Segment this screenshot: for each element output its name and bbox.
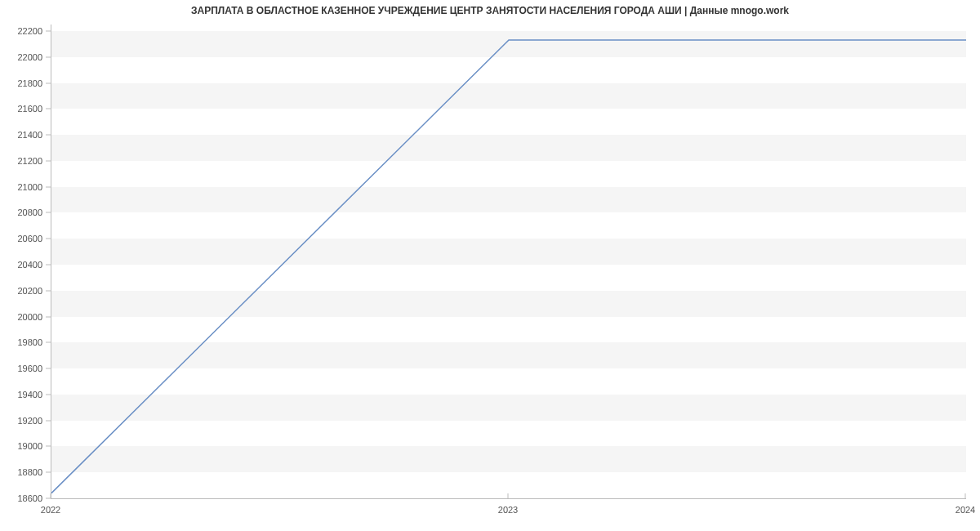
y-tick-label: 19200 xyxy=(17,416,42,426)
line-series xyxy=(51,25,966,498)
chart-container: ЗАРПЛАТА В ОБЛАСТНОЕ КАЗЕННОЕ УЧРЕЖДЕНИЕ… xyxy=(0,0,980,531)
x-tick-label: 2022 xyxy=(41,505,60,515)
y-tick-label: 22000 xyxy=(17,52,42,62)
y-tick-mark xyxy=(46,212,51,213)
y-tick-mark xyxy=(46,290,51,291)
y-tick-label: 21400 xyxy=(17,130,42,140)
y-tick-label: 18800 xyxy=(17,467,42,477)
y-tick-label: 20400 xyxy=(17,260,42,270)
x-tick-mark xyxy=(51,493,51,498)
y-tick-mark xyxy=(46,394,51,395)
y-tick-mark xyxy=(46,472,51,473)
x-tick-label: 2023 xyxy=(498,505,518,515)
y-tick-label: 20800 xyxy=(17,207,42,217)
y-tick-label: 20200 xyxy=(17,286,42,296)
x-tick-label: 2024 xyxy=(956,505,975,515)
y-tick-label: 21800 xyxy=(17,78,42,88)
x-tick-mark xyxy=(965,493,966,498)
plot-area xyxy=(51,25,966,499)
y-tick-mark xyxy=(46,368,51,369)
y-tick-mark xyxy=(46,109,51,109)
y-tick-label: 21000 xyxy=(17,182,42,192)
y-tick-mark xyxy=(46,186,51,187)
y-tick-mark xyxy=(46,264,51,265)
y-tick-mark xyxy=(46,30,51,31)
y-tick-label: 18600 xyxy=(17,493,42,503)
y-tick-mark xyxy=(46,316,51,317)
y-tick-mark xyxy=(46,420,51,421)
y-tick-mark xyxy=(46,446,51,447)
y-tick-label: 19600 xyxy=(17,364,42,373)
y-tick-mark xyxy=(46,56,51,57)
data-line xyxy=(51,40,966,493)
y-tick-mark xyxy=(46,83,51,83)
y-tick-label: 21600 xyxy=(17,104,42,114)
y-axis-ticks: 1860018800190001920019400196001980020000… xyxy=(0,25,46,498)
x-tick-mark xyxy=(508,493,509,498)
y-tick-mark xyxy=(46,135,51,136)
y-tick-label: 22200 xyxy=(17,26,42,36)
y-tick-mark xyxy=(46,342,51,343)
y-tick-label: 19000 xyxy=(17,441,42,451)
chart-title: ЗАРПЛАТА В ОБЛАСТНОЕ КАЗЕННОЕ УЧРЕЖДЕНИЕ… xyxy=(0,5,980,16)
y-tick-label: 20000 xyxy=(17,312,42,322)
y-tick-label: 20600 xyxy=(17,234,42,243)
x-axis-ticks: 202220232024 xyxy=(51,498,965,523)
y-tick-label: 21200 xyxy=(17,156,42,166)
y-tick-mark xyxy=(46,160,51,161)
y-tick-label: 19800 xyxy=(17,337,42,347)
y-tick-label: 19400 xyxy=(17,390,42,399)
y-tick-mark xyxy=(46,239,51,239)
